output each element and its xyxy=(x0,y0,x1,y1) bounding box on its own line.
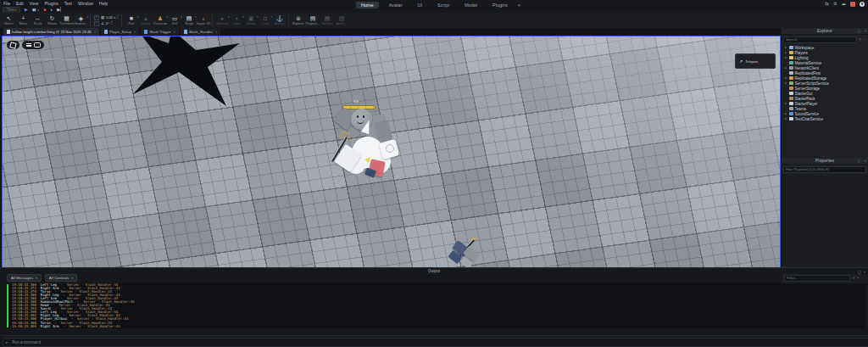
chat-icon[interactable] xyxy=(34,42,41,48)
select-icon: ↖ xyxy=(7,15,12,21)
scale-button[interactable]: ↔Scale xyxy=(31,13,45,28)
snap-row[interactable]: ✓▦0.05 s▴▾ xyxy=(94,15,118,20)
menu-item-help[interactable]: Help xyxy=(99,1,108,6)
doc-tab-label: Player_Setup xyxy=(109,30,131,34)
tab-model[interactable]: Model xyxy=(459,2,482,8)
clear-icon[interactable]: × xyxy=(857,276,859,280)
import-3d-button[interactable]: ↓Import 3D xyxy=(196,13,210,28)
character-button[interactable]: ♟Character▾ xyxy=(153,13,167,28)
collaborate-icon[interactable]: ⇆ xyxy=(825,2,829,7)
tab-home[interactable]: Home xyxy=(356,2,379,8)
rotate-button[interactable]: ↻Rotate xyxy=(45,13,59,28)
log-source-link[interactable]: Server - Slash_Handler:44 xyxy=(69,324,120,328)
resume-button[interactable]: ● xyxy=(50,8,53,12)
checkbox-icon[interactable]: ✓ xyxy=(94,15,99,20)
close-icon[interactable]: × xyxy=(174,30,175,34)
avatar[interactable] xyxy=(860,2,865,7)
dock-icon[interactable]: ▢ xyxy=(857,159,860,163)
color-icon: ◑ xyxy=(235,15,238,21)
close-icon[interactable]: × xyxy=(864,270,865,274)
explorer-tree: ▸Workspace▸Players▸LightingMaterialServi… xyxy=(782,44,868,121)
tab-ui[interactable]: UI xyxy=(412,2,427,8)
tab-avatar[interactable]: Avatar xyxy=(384,2,408,8)
menu-item-test[interactable]: Test xyxy=(64,1,72,6)
tree-item-label: StarterPack xyxy=(795,97,815,101)
toolbar: ↖Select+Move↔Scale↻Rotate▦Transform◈Geom… xyxy=(0,13,868,29)
gui-button[interactable]: ▭GUI▾ xyxy=(167,13,181,28)
command-input[interactable] xyxy=(10,339,867,345)
script-button[interactable]: ▤Script▾ xyxy=(181,13,196,28)
notification-icon[interactable] xyxy=(850,2,855,7)
expand-arrow-icon[interactable]: ▸ xyxy=(784,112,787,115)
menu-item-file[interactable]: File xyxy=(3,1,10,6)
explorer-button[interactable]: ≣Explorer xyxy=(291,13,305,28)
roblox-menu-button[interactable] xyxy=(7,41,19,49)
expand-arrow-icon[interactable]: ▸ xyxy=(784,66,787,70)
move-button[interactable]: +Move xyxy=(16,13,31,28)
tab-plugins[interactable]: Plugins xyxy=(487,2,513,8)
expand-arrow-icon[interactable]: ▸ xyxy=(784,117,787,120)
mic-icon[interactable]: ⊘ xyxy=(833,2,837,7)
teleport-toast[interactable]: ↗ Teleport xyxy=(735,53,776,69)
output-filter-dropdown[interactable]: All Messages▾ xyxy=(7,274,42,282)
ribbon-overflow-icon[interactable]: ▾ xyxy=(518,3,520,8)
part-button[interactable]: ■Part▾ xyxy=(124,13,138,28)
chevron-down-icon: ▾ xyxy=(71,277,73,280)
snap-row[interactable]: ✓∠0°▴▾ xyxy=(94,21,118,26)
properties-icon: ▤ xyxy=(310,15,316,21)
toolbar-label: Move xyxy=(19,22,27,25)
select-button[interactable]: ↖Select xyxy=(2,13,16,28)
expand-arrow-icon[interactable]: ▸ xyxy=(784,81,787,85)
properti--button[interactable]: ▤Properti... xyxy=(305,13,320,28)
log-line[interactable]: 19:48:33.409 Right Arm - Server - Slash_… xyxy=(12,325,866,328)
expand-arrow-icon[interactable]: ▸ xyxy=(784,46,787,49)
geomet--button[interactable]: ◈Geomet...▾ xyxy=(74,13,88,28)
expand-arrow-icon[interactable]: ▸ xyxy=(784,56,787,59)
stepper-icon[interactable]: ▴▾ xyxy=(111,21,112,25)
close-icon[interactable]: × xyxy=(134,30,136,34)
close-icon[interactable]: × xyxy=(730,48,732,53)
step-button[interactable]: ▶▏ xyxy=(57,8,64,12)
dock-icon[interactable]: ▢ xyxy=(857,29,860,33)
close-icon[interactable]: × xyxy=(865,159,866,163)
expand-arrow-icon[interactable]: ▸ xyxy=(784,102,787,105)
menu-item-edit[interactable]: Edit xyxy=(16,1,24,6)
properties-filter-input[interactable] xyxy=(783,166,866,173)
stop-button[interactable]: ■ xyxy=(43,8,46,12)
cloud-icon[interactable]: ☁ xyxy=(842,2,847,7)
doc-tab[interactable]: Slash_Handler× xyxy=(181,28,221,36)
transform-button[interactable]: ▦Transform xyxy=(59,13,74,28)
stepper-icon[interactable]: ▴▾ xyxy=(117,15,118,20)
menu-icon[interactable] xyxy=(26,43,31,48)
pause-button[interactable]: ▮▮ xyxy=(32,8,36,12)
close-icon[interactable]: × xyxy=(215,30,217,34)
expand-arrow-icon[interactable]: ▸ xyxy=(784,76,787,80)
play-button[interactable]: ▶ xyxy=(25,8,28,12)
options-icon[interactable]: ≡ xyxy=(853,276,854,280)
tree-item-textchatservice[interactable]: ▸TextChatService xyxy=(782,116,868,121)
output-filter-input[interactable] xyxy=(784,275,850,282)
viewport-3d[interactable]: Chat may be automatically translated to … xyxy=(2,36,781,268)
output-header: Output ▢ × xyxy=(0,267,868,274)
ribbon-tabs: HomeAvatarUIScriptModelPlugins▾ xyxy=(356,1,520,8)
tab-script[interactable]: Script xyxy=(432,2,454,8)
dock-icon[interactable]: ▢ xyxy=(858,270,861,274)
more-icon[interactable]: ⋯ xyxy=(863,37,866,42)
tree-item-label: StarterGui xyxy=(795,92,813,96)
expand-arrow-icon[interactable]: ▸ xyxy=(784,51,787,54)
doc-tab[interactable]: Slash Trigger× xyxy=(141,28,179,36)
menu-item-view[interactable]: View xyxy=(30,1,39,6)
doc-tab[interactable]: Player_Setup× xyxy=(101,28,139,36)
close-icon[interactable]: × xyxy=(865,29,866,33)
overlay-controls[interactable] xyxy=(22,41,44,49)
close-icon[interactable]: × xyxy=(94,30,96,34)
filter-funnel-icon[interactable]: ▽ xyxy=(859,37,861,42)
explorer-search-input[interactable] xyxy=(783,36,857,43)
menu-item-plugins[interactable]: Plugins xyxy=(44,1,58,6)
chevron-down-icon[interactable]: ▾ xyxy=(86,15,88,19)
menu-item-window[interactable]: Window xyxy=(78,1,93,6)
output-filter-dropdown[interactable]: All Contexts▾ xyxy=(45,274,77,282)
checkbox-icon[interactable]: ✓ xyxy=(94,21,99,26)
doc-tab[interactable]: hallow knight combat thing @ 23 Nov 2025… xyxy=(3,28,99,36)
toolbar-label: Material xyxy=(216,22,228,25)
